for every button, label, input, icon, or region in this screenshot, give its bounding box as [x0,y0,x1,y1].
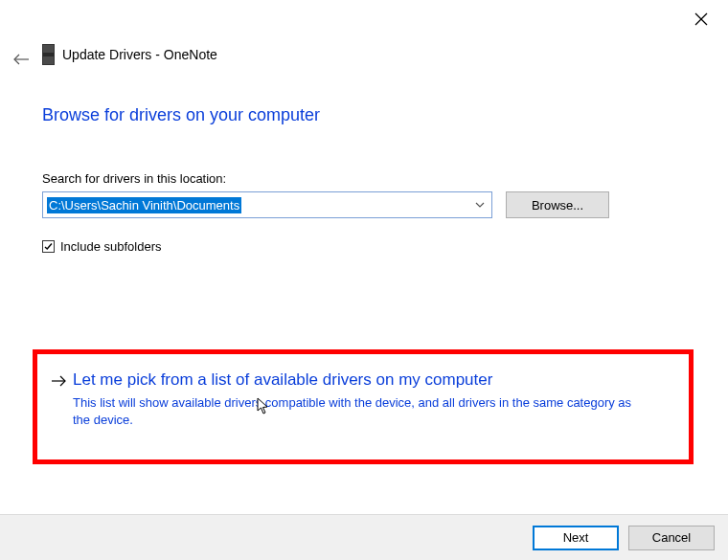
include-subfolders-label: Include subfolders [60,239,162,254]
include-subfolders-row[interactable]: Include subfolders [42,239,686,254]
browse-button-label: Browse... [532,198,583,213]
footer-bar: Next Cancel [0,514,728,560]
back-button[interactable] [10,48,33,71]
window-header: Update Drivers - OneNote [42,44,217,65]
checkbox-checked-icon [42,240,55,253]
arrow-left-icon [12,53,30,66]
section-heading: Browse for drivers on your computer [42,105,686,125]
path-value: C:\Users\Sachin Vinith\Documents [47,197,241,213]
close-icon [694,12,708,26]
option-description: This list will show available drivers co… [73,394,648,428]
chevron-down-icon [474,199,486,211]
content-area: Browse for drivers on your computer Sear… [42,105,686,254]
window-title: Update Drivers - OneNote [62,47,217,62]
device-icon [42,44,55,65]
next-button[interactable]: Next [533,526,619,550]
close-button[interactable] [692,10,711,29]
path-label: Search for drivers in this location: [42,171,686,186]
pick-from-list-option[interactable]: Let me pick from a list of available dri… [52,370,684,428]
cancel-button[interactable]: Cancel [628,526,715,550]
option-title: Let me pick from a list of available dri… [73,370,684,391]
next-button-label: Next [563,530,589,545]
path-combobox[interactable]: C:\Users\Sachin Vinith\Documents [42,191,492,218]
cancel-button-label: Cancel [652,530,691,545]
browse-button[interactable]: Browse... [506,191,609,218]
arrow-right-icon [52,373,67,390]
